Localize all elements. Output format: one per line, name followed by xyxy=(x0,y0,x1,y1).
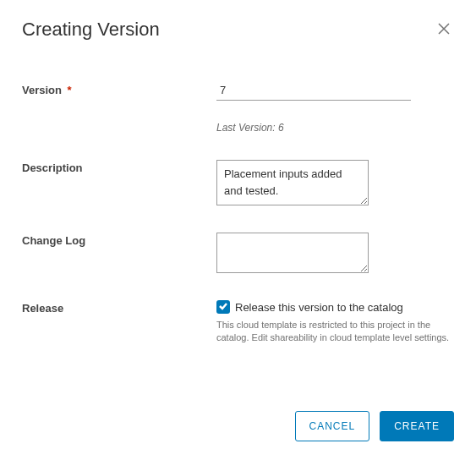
change-log-row: Change Log xyxy=(22,233,454,277)
dialog-header: Creating Version xyxy=(22,19,454,41)
version-label: Version * xyxy=(22,82,216,96)
version-label-text: Version xyxy=(22,84,62,96)
dialog-footer: CANCEL CREATE xyxy=(295,411,454,441)
release-label: Release xyxy=(22,300,216,315)
cancel-button[interactable]: CANCEL xyxy=(295,411,370,441)
release-note: This cloud template is restricted to thi… xyxy=(216,319,453,344)
checkmark-icon xyxy=(218,299,228,315)
required-marker: * xyxy=(68,84,72,96)
last-version-text: Last Version: 6 xyxy=(216,122,284,134)
release-checkbox[interactable] xyxy=(216,300,230,314)
create-button[interactable]: CREATE xyxy=(380,411,454,441)
release-row: Release Release this version to the cata… xyxy=(22,300,454,344)
change-log-input[interactable] xyxy=(216,233,369,273)
description-row: Description xyxy=(22,160,454,209)
version-input[interactable] xyxy=(216,82,411,101)
release-checkbox-label: Release this version to the catalog xyxy=(235,301,403,314)
change-log-label: Change Log xyxy=(22,233,216,247)
description-input[interactable] xyxy=(216,160,369,205)
close-button[interactable] xyxy=(434,19,454,41)
version-row: Version * xyxy=(22,82,454,101)
dialog-title: Creating Version xyxy=(22,19,160,41)
close-icon xyxy=(437,22,451,38)
last-version-row: Last Version: 6 xyxy=(22,119,454,134)
description-label: Description xyxy=(22,160,216,174)
